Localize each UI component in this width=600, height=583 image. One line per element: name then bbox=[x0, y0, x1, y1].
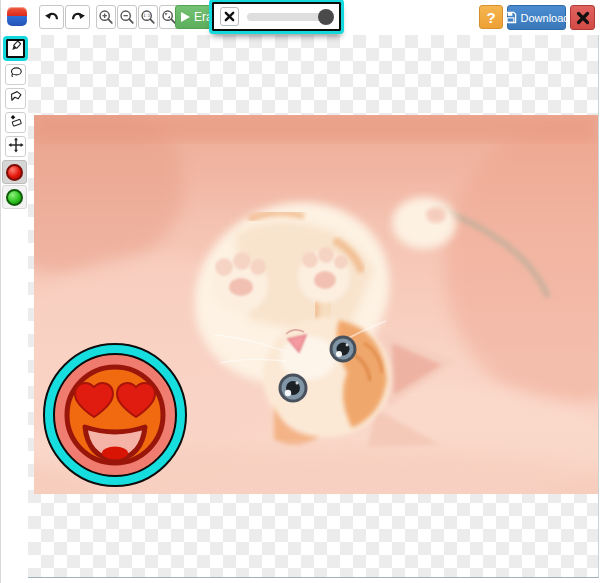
x-mark-icon bbox=[224, 8, 235, 26]
help-button[interactable]: ? bbox=[479, 5, 503, 29]
clear-selection-button[interactable] bbox=[220, 7, 239, 26]
redo-icon bbox=[69, 9, 87, 25]
zoom-actual-size-button[interactable]: 1:1 bbox=[138, 5, 158, 29]
undo-button[interactable] bbox=[39, 5, 64, 29]
photo-eraser-window: 1:1 Erase bbox=[0, 0, 600, 583]
brush-size-slider-thumb[interactable] bbox=[318, 9, 334, 25]
lasso-icon bbox=[8, 65, 24, 84]
freehand-lasso-tool-button[interactable] bbox=[5, 64, 26, 85]
magnifier-plus-icon bbox=[98, 9, 114, 25]
zoom-out-button[interactable] bbox=[117, 5, 137, 29]
help-button-label: ? bbox=[486, 9, 495, 26]
redo-button[interactable] bbox=[65, 5, 90, 29]
zoom-in-button[interactable] bbox=[96, 5, 116, 29]
app-logo-icon bbox=[7, 7, 27, 26]
magnifier-minus-icon bbox=[119, 9, 135, 25]
brush-size-panel bbox=[212, 2, 341, 31]
marker-color-red-button[interactable] bbox=[2, 160, 27, 184]
marker-color-green-button[interactable] bbox=[2, 185, 27, 209]
close-x-icon bbox=[576, 11, 590, 25]
eraser-icon bbox=[8, 113, 24, 132]
editing-canvas[interactable] bbox=[28, 35, 599, 578]
polygon-lasso-tool-button[interactable] bbox=[5, 88, 26, 109]
svg-text:1:1: 1:1 bbox=[143, 13, 150, 18]
red-circle-icon bbox=[6, 164, 23, 181]
green-circle-icon bbox=[6, 189, 23, 206]
tools-sidebar bbox=[1, 35, 28, 583]
emoji-sticker-annotation bbox=[29, 329, 201, 501]
move-tool-button[interactable] bbox=[5, 136, 26, 157]
move-arrows-icon bbox=[8, 137, 24, 157]
polygon-lasso-icon bbox=[8, 89, 24, 108]
brush-size-slider[interactable] bbox=[247, 13, 333, 21]
marker-tool-button[interactable] bbox=[6, 39, 25, 58]
close-button[interactable] bbox=[570, 5, 595, 30]
magnifier-1-1-icon: 1:1 bbox=[140, 9, 156, 25]
top-toolbar: 1:1 Erase bbox=[1, 0, 600, 35]
eraser-tool-button[interactable] bbox=[5, 112, 26, 133]
marker-pen-icon bbox=[8, 39, 23, 58]
undo-icon bbox=[43, 9, 61, 25]
floppy-disk-icon bbox=[504, 11, 517, 24]
download-button[interactable]: Download bbox=[507, 5, 566, 30]
download-button-label: Download bbox=[521, 12, 570, 24]
play-triangle-icon bbox=[181, 12, 190, 22]
